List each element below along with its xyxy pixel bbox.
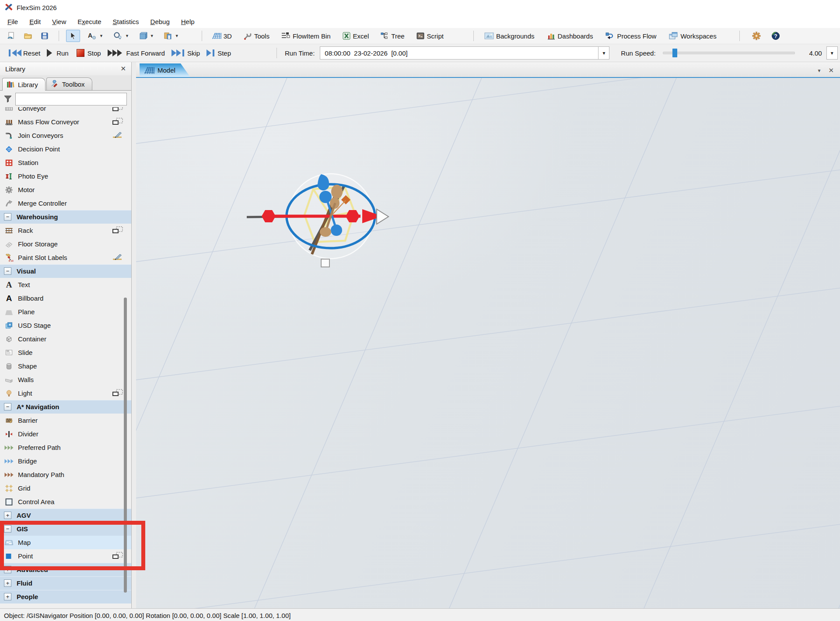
menu-edit[interactable]: Edit: [24, 16, 46, 27]
menu-help[interactable]: Help: [175, 16, 200, 27]
run-speed-slider[interactable]: [663, 52, 795, 54]
menu-execute[interactable]: Execute: [72, 16, 107, 27]
menu-statistics[interactable]: Statistics: [107, 16, 145, 27]
collapse-icon[interactable]: −: [4, 213, 11, 221]
toolbar-tool-room-tool[interactable]: ▼: [161, 30, 182, 42]
panel-splitter[interactable]: [132, 62, 136, 608]
library-item-walls[interactable]: Walls: [0, 373, 131, 386]
library-item-plane[interactable]: Plane: [0, 305, 131, 319]
library-item-grid[interactable]: Grid: [0, 481, 131, 495]
library-item-bridge[interactable]: Bridge: [0, 454, 131, 468]
dropdown-arrow-icon[interactable]: ▼: [175, 34, 179, 38]
toolbar-button-tree[interactable]: Tree: [378, 30, 407, 42]
library-item-mandatory-path[interactable]: Mandatory Path: [0, 468, 131, 481]
library-item-motor[interactable]: Motor: [0, 183, 131, 196]
library-section-agv[interactable]: +AGV: [0, 509, 131, 522]
title-bar: FlexSim 2026: [0, 0, 840, 15]
library-item-map[interactable]: Map: [0, 536, 131, 549]
toolbar-button-dashboards[interactable]: Dashboards: [544, 30, 596, 42]
toolbar-tool-cursor[interactable]: [66, 30, 80, 42]
run-speed-dropdown[interactable]: ▼: [826, 46, 838, 60]
library-item-paint-slot-labels[interactable]: 0 10Paint Slot Labels: [0, 251, 131, 264]
toolbar-button-folder-open[interactable]: [21, 30, 35, 42]
library-item-conveyor[interactable]: Conveyor: [0, 107, 131, 115]
library-item-merge-controller[interactable]: Merge Controller: [0, 196, 131, 210]
stop-button[interactable]: Stop: [73, 46, 105, 60]
library-item-slide[interactable]: Slide: [0, 346, 131, 359]
fast-forward-button[interactable]: Fast Forward: [105, 46, 168, 60]
skip-button[interactable]: Skip: [169, 46, 203, 60]
toolbar-button-tools[interactable]: Tools: [241, 30, 272, 42]
library-item-light[interactable]: Light: [0, 386, 131, 400]
library-item-floor-storage[interactable]: Floor Storage: [0, 237, 131, 251]
toolbar-button-gear[interactable]: [749, 30, 763, 42]
menu-debug[interactable]: Debug: [145, 16, 175, 27]
tab-toolbox[interactable]: Toolbox: [46, 77, 92, 90]
reset-button[interactable]: Reset: [5, 46, 44, 60]
library-item-text[interactable]: AText: [0, 278, 131, 291]
run-time-field[interactable]: [320, 46, 598, 60]
library-section-fluid[interactable]: +Fluid: [0, 576, 131, 590]
library-item-divider[interactable]: Divider: [0, 427, 131, 441]
library-item-decision-point[interactable]: Decision Point: [0, 142, 131, 156]
model-3d-view[interactable]: [136, 78, 840, 608]
toolbar-tool-text-tool[interactable]: A▼: [84, 30, 106, 42]
library-item-station[interactable]: Station: [0, 156, 131, 169]
toolbar-button-help[interactable]: ?: [769, 30, 783, 42]
library-item-photo-eye[interactable]: Photo Eye: [0, 169, 131, 183]
library-item-preferred-path[interactable]: Preferred Path: [0, 441, 131, 454]
library-item-shape[interactable]: Shape: [0, 359, 131, 373]
expand-icon[interactable]: +: [4, 579, 11, 587]
toolbar-button-save[interactable]: [38, 30, 52, 42]
expand-icon[interactable]: +: [4, 512, 11, 519]
map-icon: [4, 539, 14, 547]
library-item-barrier[interactable]: Barrier: [0, 414, 131, 427]
library-item-container[interactable]: Container: [0, 332, 131, 346]
toolbar-button-script[interactable]: Script: [413, 30, 446, 42]
toolbar-button-backgrounds[interactable]: Backgrounds: [482, 30, 537, 42]
translation-gizmo[interactable]: [243, 146, 418, 291]
run-time-dropdown[interactable]: ▼: [598, 46, 609, 60]
library-filter-input[interactable]: [15, 93, 127, 105]
dropdown-arrow-icon[interactable]: ▼: [817, 68, 822, 73]
step-button[interactable]: Step: [204, 46, 234, 60]
collapse-icon[interactable]: −: [4, 525, 11, 533]
close-icon[interactable]: ✕: [828, 67, 834, 74]
library-section-visual[interactable]: −Visual: [0, 264, 131, 278]
library-item-mass-flow-conveyor[interactable]: Mass Flow Conveyor: [0, 115, 131, 129]
toolbar-button-workspaces[interactable]: Workspaces: [666, 30, 719, 42]
toolbar-button-3d[interactable]: 3D: [209, 30, 234, 42]
toolbar-button-process-flow[interactable]: Process Flow: [602, 30, 659, 42]
dropdown-arrow-icon[interactable]: ▼: [99, 34, 103, 38]
library-item-join-conveyors[interactable]: Join Conveyors: [0, 129, 131, 142]
toolbar-button-doc-new[interactable]: [4, 30, 18, 42]
dropdown-arrow-icon[interactable]: ▼: [150, 34, 154, 38]
toolbar-button-flowitem-bin[interactable]: FlowItem Bin: [278, 30, 333, 42]
library-section-a-navigation[interactable]: −A* Navigation: [0, 400, 131, 414]
run-speed-slider-thumb[interactable]: [672, 49, 677, 57]
close-icon[interactable]: ✕: [119, 65, 127, 73]
toolbar-button-excel[interactable]: Excel: [340, 30, 372, 42]
tab-library[interactable]: Library: [2, 78, 46, 91]
dropdown-arrow-icon[interactable]: ▼: [125, 34, 129, 38]
library-item-control-area[interactable]: Control Area: [0, 495, 131, 509]
library-section-people[interactable]: +People: [0, 590, 131, 603]
library-item-usd-stage[interactable]: USD Stage: [0, 319, 131, 332]
library-section-warehousing[interactable]: −Warehousing: [0, 210, 131, 224]
library-section-gis[interactable]: −GIS: [0, 522, 131, 536]
library-item-rack[interactable]: Rack: [0, 224, 131, 237]
library-item-billboard[interactable]: ABillboard: [0, 291, 131, 305]
menu-view[interactable]: View: [46, 16, 72, 27]
library-scrollbar[interactable]: [124, 298, 127, 593]
expand-icon[interactable]: +: [4, 593, 11, 600]
collapse-icon[interactable]: −: [4, 403, 11, 410]
collapse-icon[interactable]: −: [4, 267, 11, 275]
library-item-point[interactable]: Point: [0, 549, 131, 563]
tab-model[interactable]: Model: [140, 63, 190, 77]
library-section-advanced[interactable]: +Advanced: [0, 563, 131, 576]
toolbar-tool-cube-tool[interactable]: ▼: [136, 30, 157, 42]
menu-file[interactable]: File: [2, 16, 24, 27]
run-button[interactable]: Run: [45, 46, 72, 60]
toolbar-tool-magnifier[interactable]: ▼: [110, 30, 132, 42]
expand-icon[interactable]: +: [4, 566, 11, 573]
